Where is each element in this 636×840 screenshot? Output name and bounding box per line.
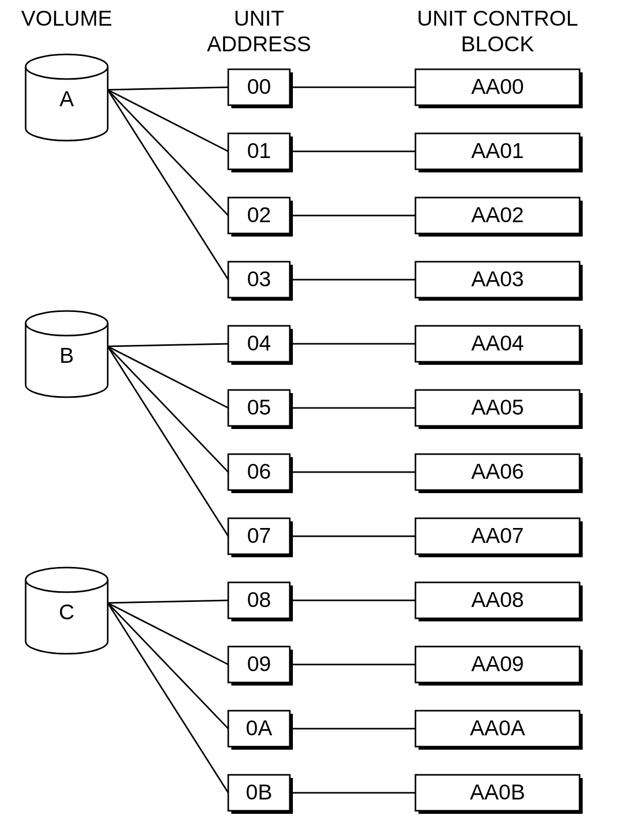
ucb-box-label: AA04 [471,331,524,355]
header-ucb-line2: BLOCK [461,32,534,56]
svg-line-12 [108,346,228,472]
svg-line-6 [108,90,228,280]
ucb-box-label: AA03 [471,267,524,291]
unit-address-box-label: 07 [247,523,271,548]
ucb-box-label: AA09 [471,652,524,676]
svg-line-22 [108,603,228,793]
connectors [108,87,415,793]
volume-label: B [59,343,74,367]
unit-address-box-label: 04 [247,331,271,355]
unit-address-box-label: 06 [247,459,271,483]
unit-address-box-label: 08 [247,588,271,612]
ucb-box-label: AA02 [471,203,524,227]
volume-mapping-diagram: VOLUMEUNITADDRESSUNIT CONTROLBLOCKABC000… [0,0,636,840]
unit-address-box-label: 0A [246,716,272,740]
ucb-box-label: AA08 [471,588,524,612]
ucb-box-label: AA05 [471,395,524,419]
header-unit-address-line1: UNIT [234,6,284,30]
svg-line-0 [108,87,228,90]
svg-line-16 [108,600,228,603]
svg-point-26 [26,568,108,592]
unit-address-box-label: 00 [247,74,271,99]
volume-cylinder: C [26,568,108,654]
svg-point-25 [26,311,108,336]
svg-line-14 [108,346,228,536]
volume-label: A [59,87,74,111]
header-volume: VOLUME [21,6,112,30]
header-ucb-line1: UNIT CONTROL [417,6,578,30]
svg-line-2 [108,90,228,151]
svg-line-8 [108,344,228,346]
volume-cylinder: A [26,54,108,141]
ucb-box-label: AA07 [471,523,524,548]
svg-line-20 [108,603,228,729]
svg-point-24 [26,54,108,79]
svg-line-10 [108,346,228,408]
svg-line-4 [108,90,228,216]
header-unit-address-line2: ADDRESS [207,32,311,56]
unit-address-box-label: 0B [246,780,272,804]
ucb-box-label: AA01 [471,139,524,163]
unit-address-box-label: 05 [247,395,271,419]
unit-address-box-label: 02 [247,203,271,227]
unit-address-box-label: 01 [247,139,271,163]
unit-address-box-label: 09 [247,652,271,676]
ucb-box-label: AA06 [471,459,524,483]
svg-line-18 [108,603,228,665]
unit-address-box-label: 03 [247,267,271,291]
volume-cylinder: B [26,311,108,397]
volume-label: C [59,600,74,624]
ucb-box-label: AA0B [470,780,525,804]
ucb-box-label: AA00 [471,74,524,99]
ucb-box-label: AA0A [470,716,525,740]
